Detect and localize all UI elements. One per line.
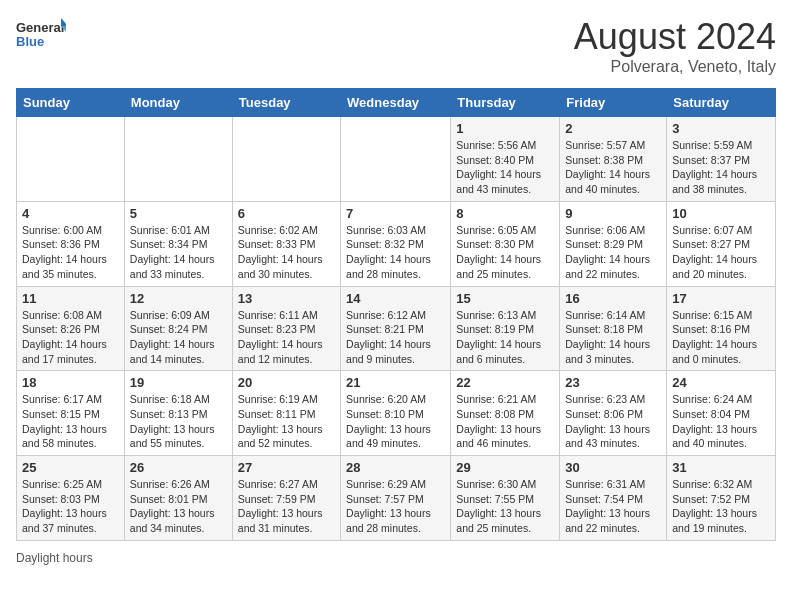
day-info: Sunrise: 6:17 AM Sunset: 8:15 PM Dayligh… [22,392,119,451]
title-block: August 2024 Polverara, Veneto, Italy [574,16,776,76]
day-info: Sunrise: 6:12 AM Sunset: 8:21 PM Dayligh… [346,308,445,367]
day-info: Sunrise: 6:11 AM Sunset: 8:23 PM Dayligh… [238,308,335,367]
logo-svg: General Blue [16,16,66,56]
calendar-cell: 22Sunrise: 6:21 AM Sunset: 8:08 PM Dayli… [451,371,560,456]
day-number: 1 [456,121,554,136]
calendar-cell: 18Sunrise: 6:17 AM Sunset: 8:15 PM Dayli… [17,371,125,456]
day-info: Sunrise: 6:31 AM Sunset: 7:54 PM Dayligh… [565,477,661,536]
day-info: Sunrise: 6:23 AM Sunset: 8:06 PM Dayligh… [565,392,661,451]
day-info: Sunrise: 6:24 AM Sunset: 8:04 PM Dayligh… [672,392,770,451]
day-number: 20 [238,375,335,390]
calendar-cell: 13Sunrise: 6:11 AM Sunset: 8:23 PM Dayli… [232,286,340,371]
calendar-cell: 24Sunrise: 6:24 AM Sunset: 8:04 PM Dayli… [667,371,776,456]
calendar-cell: 11Sunrise: 6:08 AM Sunset: 8:26 PM Dayli… [17,286,125,371]
calendar-cell: 15Sunrise: 6:13 AM Sunset: 8:19 PM Dayli… [451,286,560,371]
day-info: Sunrise: 6:20 AM Sunset: 8:10 PM Dayligh… [346,392,445,451]
calendar-cell [232,117,340,202]
calendar-week-row: 25Sunrise: 6:25 AM Sunset: 8:03 PM Dayli… [17,456,776,541]
day-number: 24 [672,375,770,390]
calendar-cell: 1Sunrise: 5:56 AM Sunset: 8:40 PM Daylig… [451,117,560,202]
day-number: 9 [565,206,661,221]
calendar-cell: 28Sunrise: 6:29 AM Sunset: 7:57 PM Dayli… [341,456,451,541]
calendar-cell: 10Sunrise: 6:07 AM Sunset: 8:27 PM Dayli… [667,201,776,286]
day-number: 17 [672,291,770,306]
svg-text:General: General [16,20,64,35]
column-header-tuesday: Tuesday [232,89,340,117]
main-title: August 2024 [574,16,776,58]
day-number: 26 [130,460,227,475]
day-number: 2 [565,121,661,136]
day-info: Sunrise: 6:14 AM Sunset: 8:18 PM Dayligh… [565,308,661,367]
subtitle: Polverara, Veneto, Italy [574,58,776,76]
calendar-cell: 9Sunrise: 6:06 AM Sunset: 8:29 PM Daylig… [560,201,667,286]
day-info: Sunrise: 6:21 AM Sunset: 8:08 PM Dayligh… [456,392,554,451]
day-info: Sunrise: 6:09 AM Sunset: 8:24 PM Dayligh… [130,308,227,367]
day-number: 10 [672,206,770,221]
calendar-cell: 25Sunrise: 6:25 AM Sunset: 8:03 PM Dayli… [17,456,125,541]
day-number: 5 [130,206,227,221]
day-number: 15 [456,291,554,306]
column-header-saturday: Saturday [667,89,776,117]
day-number: 8 [456,206,554,221]
day-number: 11 [22,291,119,306]
day-number: 4 [22,206,119,221]
calendar-week-row: 1Sunrise: 5:56 AM Sunset: 8:40 PM Daylig… [17,117,776,202]
calendar-cell [17,117,125,202]
day-info: Sunrise: 6:18 AM Sunset: 8:13 PM Dayligh… [130,392,227,451]
day-info: Sunrise: 6:02 AM Sunset: 8:33 PM Dayligh… [238,223,335,282]
day-info: Sunrise: 6:19 AM Sunset: 8:11 PM Dayligh… [238,392,335,451]
calendar-cell: 2Sunrise: 5:57 AM Sunset: 8:38 PM Daylig… [560,117,667,202]
day-info: Sunrise: 5:59 AM Sunset: 8:37 PM Dayligh… [672,138,770,197]
day-number: 7 [346,206,445,221]
column-header-sunday: Sunday [17,89,125,117]
day-info: Sunrise: 6:07 AM Sunset: 8:27 PM Dayligh… [672,223,770,282]
calendar-cell: 20Sunrise: 6:19 AM Sunset: 8:11 PM Dayli… [232,371,340,456]
calendar-table: SundayMondayTuesdayWednesdayThursdayFrid… [16,88,776,541]
day-info: Sunrise: 5:56 AM Sunset: 8:40 PM Dayligh… [456,138,554,197]
day-info: Sunrise: 6:05 AM Sunset: 8:30 PM Dayligh… [456,223,554,282]
column-header-friday: Friday [560,89,667,117]
day-number: 21 [346,375,445,390]
calendar-cell: 7Sunrise: 6:03 AM Sunset: 8:32 PM Daylig… [341,201,451,286]
day-number: 3 [672,121,770,136]
calendar-cell: 14Sunrise: 6:12 AM Sunset: 8:21 PM Dayli… [341,286,451,371]
day-number: 27 [238,460,335,475]
day-number: 28 [346,460,445,475]
calendar-cell: 26Sunrise: 6:26 AM Sunset: 8:01 PM Dayli… [124,456,232,541]
day-number: 25 [22,460,119,475]
day-info: Sunrise: 6:25 AM Sunset: 8:03 PM Dayligh… [22,477,119,536]
calendar-cell: 4Sunrise: 6:00 AM Sunset: 8:36 PM Daylig… [17,201,125,286]
day-number: 14 [346,291,445,306]
day-info: Sunrise: 6:30 AM Sunset: 7:55 PM Dayligh… [456,477,554,536]
day-info: Sunrise: 5:57 AM Sunset: 8:38 PM Dayligh… [565,138,661,197]
column-header-monday: Monday [124,89,232,117]
day-info: Sunrise: 6:15 AM Sunset: 8:16 PM Dayligh… [672,308,770,367]
footer-daylight: Daylight hours [16,551,776,565]
calendar-cell: 31Sunrise: 6:32 AM Sunset: 7:52 PM Dayli… [667,456,776,541]
calendar-cell [341,117,451,202]
day-number: 16 [565,291,661,306]
column-header-wednesday: Wednesday [341,89,451,117]
day-info: Sunrise: 6:01 AM Sunset: 8:34 PM Dayligh… [130,223,227,282]
day-number: 18 [22,375,119,390]
calendar-cell: 12Sunrise: 6:09 AM Sunset: 8:24 PM Dayli… [124,286,232,371]
day-number: 23 [565,375,661,390]
logo: General Blue [16,16,66,56]
svg-text:Blue: Blue [16,34,44,49]
calendar-cell: 3Sunrise: 5:59 AM Sunset: 8:37 PM Daylig… [667,117,776,202]
day-number: 22 [456,375,554,390]
page-header: General Blue August 2024 Polverara, Vene… [16,16,776,76]
day-info: Sunrise: 6:32 AM Sunset: 7:52 PM Dayligh… [672,477,770,536]
day-info: Sunrise: 6:08 AM Sunset: 8:26 PM Dayligh… [22,308,119,367]
day-number: 12 [130,291,227,306]
calendar-week-row: 18Sunrise: 6:17 AM Sunset: 8:15 PM Dayli… [17,371,776,456]
calendar-week-row: 11Sunrise: 6:08 AM Sunset: 8:26 PM Dayli… [17,286,776,371]
day-number: 30 [565,460,661,475]
calendar-cell: 16Sunrise: 6:14 AM Sunset: 8:18 PM Dayli… [560,286,667,371]
calendar-cell: 29Sunrise: 6:30 AM Sunset: 7:55 PM Dayli… [451,456,560,541]
calendar-cell: 30Sunrise: 6:31 AM Sunset: 7:54 PM Dayli… [560,456,667,541]
day-number: 31 [672,460,770,475]
calendar-cell: 6Sunrise: 6:02 AM Sunset: 8:33 PM Daylig… [232,201,340,286]
day-info: Sunrise: 6:13 AM Sunset: 8:19 PM Dayligh… [456,308,554,367]
calendar-cell: 23Sunrise: 6:23 AM Sunset: 8:06 PM Dayli… [560,371,667,456]
